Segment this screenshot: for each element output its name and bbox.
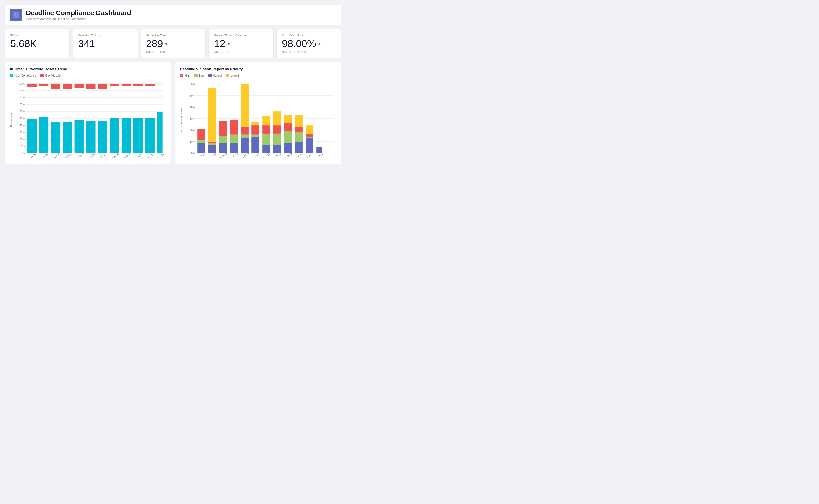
svg-text:May 2019: May 2019 <box>73 153 84 158</box>
svg-rect-97 <box>262 125 270 134</box>
chart1-inner: 100% 90% 80% 70% 60% 50% 40% 30% 20% 10%… <box>14 81 166 159</box>
svg-text:Aug 2019: Aug 2019 <box>109 153 119 158</box>
svg-rect-36 <box>98 121 107 153</box>
svg-rect-43 <box>133 84 143 86</box>
chart2-inner: 60% 50% 40% 30% 20% 10% 0% <box>184 81 336 159</box>
svg-rect-113 <box>306 134 314 137</box>
svg-rect-27 <box>39 84 48 86</box>
chart2-high-swatch: ✓ <box>180 74 183 77</box>
dashboard-title: Deadline Compliance Dashboard <box>26 9 131 17</box>
kpi-overdue-label: Overdue Tickets <box>78 34 132 37</box>
svg-rect-108 <box>295 132 303 142</box>
svg-rect-81 <box>219 143 227 153</box>
svg-rect-99 <box>273 145 281 153</box>
svg-rect-82 <box>219 136 227 143</box>
svg-rect-112 <box>306 137 314 138</box>
svg-text:20%: 20% <box>20 138 24 141</box>
svg-rect-90 <box>241 84 249 127</box>
svg-rect-86 <box>230 120 238 135</box>
chart1-legend-compliance: ✓ % of Compliance <box>10 74 36 77</box>
chart2-normal-swatch: ✓ <box>208 74 212 77</box>
kpi-compliance: % of Compliance 98.00% ▲ Nov 2019: 95.37… <box>277 29 341 58</box>
svg-rect-101 <box>273 125 281 134</box>
svg-rect-85 <box>230 135 238 143</box>
svg-text:10%: 10% <box>20 145 24 148</box>
chart2-legend-low: ✓ Low <box>194 74 204 77</box>
kpi-tickets-label: Tickets <box>10 34 64 37</box>
svg-text:40%: 40% <box>190 106 195 109</box>
kpi-solved-time: Solved in Time 289 ▼ Nov 2019: 546 <box>141 29 206 58</box>
svg-rect-26 <box>39 117 48 153</box>
svg-text:60%: 60% <box>20 110 24 113</box>
svg-rect-80 <box>208 88 216 142</box>
svg-rect-109 <box>295 127 303 132</box>
svg-rect-45 <box>145 84 154 86</box>
kpi-compliance-label: % of Compliance <box>282 34 336 37</box>
chart2-low-swatch: ✓ <box>194 74 198 77</box>
svg-text:90%: 90% <box>20 89 24 92</box>
svg-rect-77 <box>208 145 216 153</box>
chart1-violation-swatch: ✓ <box>40 74 43 77</box>
kpi-overdue: Overdue Tickets 341 <box>73 29 137 58</box>
svg-text:Dec 2019: Dec 2019 <box>154 153 164 158</box>
chart2-legend-normal: ✓ Normal <box>208 74 222 77</box>
svg-text:30%: 30% <box>20 131 24 134</box>
svg-text:Jul 2019: Jul 2019 <box>98 153 107 158</box>
svg-text:Apr 2019: Apr 2019 <box>62 153 72 158</box>
svg-rect-98 <box>262 116 270 126</box>
svg-rect-44 <box>145 118 154 153</box>
chart2-legend: ✓ High ✓ Low ✓ Normal <box>180 74 336 77</box>
chart1-card: In Time vs Overdue Tickets Trend ✓ % of … <box>5 62 171 164</box>
svg-rect-76 <box>197 129 205 140</box>
svg-rect-29 <box>51 84 60 89</box>
svg-rect-42 <box>133 118 143 153</box>
svg-rect-41 <box>122 84 131 86</box>
kpi-compliance-value: 98.00% ▲ <box>282 39 336 49</box>
svg-rect-89 <box>241 127 249 135</box>
kpi-solved-overdue-value: 12 ▼ <box>214 39 268 49</box>
svg-text:Feb 2019: Feb 2019 <box>38 153 48 158</box>
kpi-solved-overdue-sub: Nov 2019: 22 <box>214 50 268 54</box>
charts-row: In Time vs Overdue Tickets Trend ✓ % of … <box>5 62 341 164</box>
svg-rect-79 <box>208 142 216 143</box>
svg-rect-39 <box>110 84 119 86</box>
svg-text:60%: 60% <box>190 83 195 85</box>
svg-rect-40 <box>122 118 131 153</box>
svg-rect-110 <box>295 115 303 127</box>
chart1-svg: 100% 90% 80% 70% 60% 50% 40% 30% 20% 10%… <box>14 81 166 158</box>
svg-rect-94 <box>252 122 260 125</box>
svg-rect-83 <box>219 121 227 136</box>
dashboard: ! Deadline Compliance Dashboard Complete… <box>5 5 341 164</box>
kpi-solved-overdue-label: Solved Tickets Overdue <box>214 34 268 37</box>
chart1-compliance-swatch: ✓ <box>10 74 13 77</box>
chart1-title: In Time vs Overdue Tickets Trend <box>10 67 166 71</box>
svg-rect-47 <box>157 84 162 84</box>
svg-rect-34 <box>86 121 96 153</box>
svg-rect-28 <box>51 122 60 153</box>
svg-text:Jan 2019: Jan 2019 <box>26 153 36 158</box>
svg-text:!: ! <box>15 12 17 17</box>
svg-text:0%: 0% <box>191 152 195 155</box>
svg-rect-96 <box>262 134 270 145</box>
chart1-legend-violation: ✓ % of Violation <box>40 74 62 77</box>
chart2-area: % of Overdue Tickets 60% <box>180 81 336 159</box>
chart2-title: Deadline Violation Report by Priority <box>180 67 336 71</box>
kpi-tickets: Tickets 5.68K <box>5 29 70 58</box>
svg-text:0%: 0% <box>21 152 24 155</box>
kpi-compliance-sub: Nov 2019: 95.37% <box>282 50 336 54</box>
svg-rect-88 <box>241 135 249 138</box>
kpi-solved-time-value: 289 ▼ <box>146 39 200 49</box>
chart1-legend: ✓ % of Compliance ✓ % of Violation <box>10 74 166 77</box>
svg-rect-95 <box>262 145 270 153</box>
header-text: Deadline Compliance Dashboard Complete a… <box>26 9 131 21</box>
svg-text:50%: 50% <box>20 117 24 120</box>
kpi-solved-time-label: Solved in Time <box>146 34 200 37</box>
svg-text:Nov 2019: Nov 2019 <box>144 153 154 158</box>
svg-rect-31 <box>62 84 72 89</box>
chart2-svg: 60% 50% 40% 30% 20% 10% 0% <box>184 81 336 158</box>
svg-rect-37 <box>98 84 107 89</box>
kpi-solved-time-arrow: ▼ <box>164 41 169 46</box>
svg-rect-33 <box>74 84 84 88</box>
svg-rect-30 <box>62 122 72 153</box>
svg-rect-93 <box>252 125 260 135</box>
